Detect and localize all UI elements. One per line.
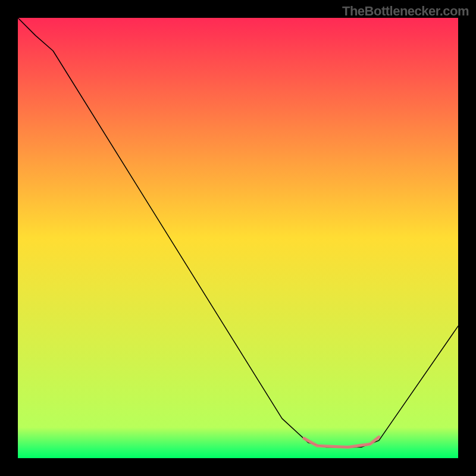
gradient-background	[18, 18, 458, 458]
plot-area	[18, 18, 458, 458]
watermark-label: TheBottlenecker.com	[342, 4, 469, 19]
chart-container: TheBottlenecker.com	[0, 0, 476, 476]
plot-svg	[18, 18, 458, 458]
